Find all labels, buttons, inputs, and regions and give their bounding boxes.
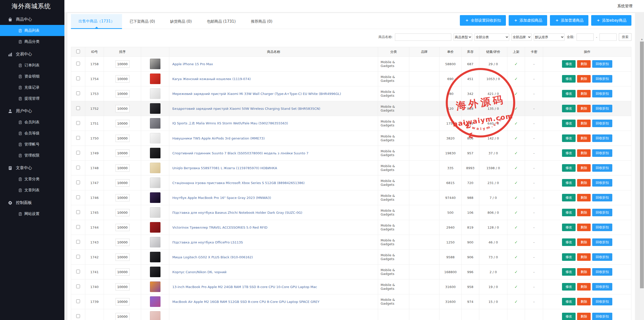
sort-input[interactable] — [115, 194, 130, 201]
product-name-link[interactable]: Мережевий зарядний пристрій Xiaomi Mi 33… — [169, 92, 378, 96]
delete-button[interactable]: 删除 — [577, 268, 591, 276]
row-checkbox[interactable] — [76, 181, 80, 184]
tab-4[interactable]: 推荐商品 (0) — [243, 14, 280, 29]
sidebar-item[interactable]: 订单列表 — [0, 60, 64, 71]
sort-input[interactable] — [115, 224, 130, 231]
product-name-link[interactable]: Спортивний годинник Suunto 7 Black (SS05… — [169, 151, 378, 155]
recycle-discount-button[interactable]: 回收折扣 — [592, 90, 612, 97]
product-name-link[interactable]: Karya Женский кожаный кошелек (1119-074) — [169, 77, 378, 81]
sort-input[interactable] — [115, 283, 130, 291]
recycle-discount-button[interactable]: 回收折扣 — [592, 224, 612, 231]
recycle-discount-button[interactable]: 回收折扣 — [592, 238, 612, 246]
add-button[interactable]: ＋添加虚拟商品 — [509, 15, 547, 26]
tab-0[interactable]: 出售中商品（1731） — [71, 14, 122, 29]
product-name-link[interactable]: Victorinox Тревеллер TRAVEL ACCESSORIES … — [169, 226, 378, 229]
product-name-link[interactable]: 13-inch MacBook Pro Apple M2 24GB RAM 1T… — [169, 285, 378, 289]
edit-button[interactable]: 修改 — [562, 313, 576, 320]
edit-button[interactable]: 修改 — [562, 209, 576, 216]
recycle-discount-button[interactable]: 回收折扣 — [592, 253, 612, 261]
recycle-discount-button[interactable]: 回收折扣 — [592, 283, 612, 291]
sidebar-group-title[interactable]: 文章中心 — [0, 162, 64, 173]
recycle-discount-button[interactable]: 回收折扣 — [592, 298, 612, 305]
row-checkbox[interactable] — [76, 91, 80, 95]
sort-input[interactable] — [115, 60, 130, 68]
add-button[interactable]: ＋添加ebay商品 — [591, 15, 631, 26]
recycle-discount-button[interactable]: 回收折扣 — [592, 179, 612, 187]
sidebar-group-title[interactable]: 商品中心 — [0, 14, 64, 25]
row-checkbox[interactable] — [76, 166, 80, 169]
add-button[interactable]: ＋全部设置回收折扣 — [460, 15, 506, 26]
recycle-discount-button[interactable]: 回收折扣 — [592, 194, 612, 201]
sort-input[interactable] — [115, 209, 130, 216]
product-name-link[interactable]: Uniqlo Ветровка 558977081 L Жовта (11597… — [169, 166, 378, 170]
edit-button[interactable]: 修改 — [562, 268, 576, 276]
delete-button[interactable]: 删除 — [577, 298, 591, 305]
row-checkbox[interactable] — [76, 77, 80, 80]
sidebar-item[interactable]: 会员等级 — [0, 128, 64, 139]
search-button[interactable]: 搜索 — [619, 33, 631, 41]
scrollbar-thumb[interactable] — [640, 42, 644, 288]
recycle-discount-button[interactable]: 回收折扣 — [592, 134, 612, 142]
sidebar-item[interactable]: 会员列表 — [0, 117, 64, 128]
add-button[interactable]: ＋添加普通商品 — [550, 15, 588, 26]
sort-input[interactable] — [115, 120, 130, 127]
row-checkbox[interactable] — [76, 270, 80, 273]
sidebar-group-title[interactable]: 用户中心 — [0, 105, 64, 117]
vertical-scrollbar[interactable]: ▲ — [640, 37, 644, 320]
edit-button[interactable]: 修改 — [562, 90, 576, 97]
row-checkbox[interactable] — [76, 299, 80, 303]
category-select[interactable]: 全部分类 — [474, 33, 509, 41]
product-name-link[interactable]: Ноутбук Apple MacBook Pro 16" Space Gray… — [169, 196, 378, 200]
edit-button[interactable]: 修改 — [562, 224, 576, 231]
recycle-discount-button[interactable]: 回收折扣 — [592, 268, 612, 276]
delete-button[interactable]: 删除 — [577, 105, 591, 112]
delete-button[interactable]: 删除 — [577, 253, 591, 261]
product-name-link[interactable]: Підставка для ноутбука Baseus Zhichi Not… — [169, 211, 378, 215]
edit-button[interactable]: 修改 — [562, 149, 576, 157]
edit-button[interactable]: 修改 — [562, 283, 576, 291]
scroll-up-icon[interactable]: ▲ — [640, 37, 644, 41]
row-checkbox[interactable] — [76, 314, 80, 318]
edit-button[interactable]: 修改 — [562, 238, 576, 246]
row-checkbox[interactable] — [76, 210, 80, 214]
delete-button[interactable]: 删除 — [577, 90, 591, 97]
sort-input[interactable] — [115, 179, 130, 187]
amount-min-input[interactable] — [577, 33, 594, 41]
product-type-select[interactable]: 商品类型 — [454, 33, 472, 41]
row-checkbox[interactable] — [76, 240, 80, 244]
sort-input[interactable] — [115, 75, 130, 83]
sidebar-item[interactable]: 资金明细 — [0, 71, 64, 82]
recycle-discount-button[interactable]: 回收折扣 — [592, 120, 612, 127]
product-name-link[interactable]: MacBook Air Apple M2 16GB RAM 512GB SSD … — [169, 300, 378, 304]
row-checkbox[interactable] — [76, 195, 80, 199]
sort-input[interactable] — [115, 298, 130, 305]
product-name-link[interactable]: Миша Logitech G502 X PLUS Black (910-006… — [169, 255, 378, 259]
sidebar-item[interactable]: 提现管理 — [0, 93, 64, 104]
sidebar-item[interactable]: 文章列表 — [0, 185, 64, 196]
sort-input[interactable] — [115, 268, 130, 276]
delete-button[interactable]: 删除 — [577, 238, 591, 246]
sidebar-item[interactable]: 商品列表 — [0, 25, 64, 36]
tab-3[interactable]: 包邮商品 (1731) — [199, 14, 243, 29]
recycle-discount-button[interactable]: 回收折扣 — [592, 149, 612, 157]
edit-button[interactable]: 修改 — [562, 134, 576, 142]
sidebar-item[interactable]: 文章分类 — [0, 173, 64, 185]
row-checkbox[interactable] — [76, 285, 80, 288]
row-checkbox[interactable] — [76, 136, 80, 140]
delete-button[interactable]: 删除 — [577, 283, 591, 291]
edit-button[interactable]: 修改 — [562, 75, 576, 83]
row-checkbox[interactable] — [76, 106, 80, 110]
sort-input[interactable] — [115, 150, 130, 157]
sort-input[interactable] — [115, 313, 130, 320]
delete-button[interactable]: 删除 — [577, 134, 591, 142]
sort-input[interactable] — [115, 90, 130, 97]
tab-2[interactable]: 缺货商品 (0) — [163, 14, 199, 29]
product-name-link[interactable]: Стаціонарна ігрова приставка Microsoft X… — [169, 181, 378, 185]
system-admin-link[interactable]: 系统管理 — [617, 0, 632, 12]
select-all-checkbox[interactable] — [76, 50, 80, 53]
sidebar-item[interactable]: 管理帐号 — [0, 139, 64, 150]
recycle-discount-button[interactable]: 回收折扣 — [592, 313, 612, 320]
tab-1[interactable]: 已下架商品 (0) — [122, 14, 163, 29]
delete-button[interactable]: 删除 — [577, 60, 591, 68]
product-name-link[interactable]: Підставка для ноутбука OfficePro LS113S — [169, 240, 378, 244]
